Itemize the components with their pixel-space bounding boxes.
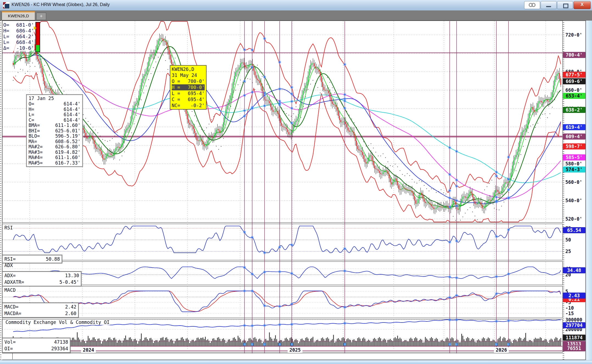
adxatr-label: ADXATR= [4,279,24,285]
vol-value: 47138 [54,339,68,345]
info-box-row: C=614-4' [29,118,80,123]
info-box-row: BHI=625-6.01' [29,128,80,134]
data-info-box: 17 Jan 25 O=614-4'H=614-4'L=614-4'C=614-… [26,95,83,167]
adx-panel-title: ADX [4,263,13,268]
info-box-row: H=614-4' [29,107,80,112]
macd-label: MACD= [4,304,18,310]
vertical-scrollbar[interactable] [586,21,592,360]
info-box-row: BLO=596-5.19' [29,134,80,139]
gauge-green-zone [36,45,40,52]
info-box-row: MA#3=619-4.82' [29,150,80,155]
info-box-row: L=614-4' [29,112,80,118]
volume-value-box: Vol=47138 OI=293364 [2,338,70,353]
vol-label: Vol= [4,339,16,345]
horizontal-scrollbar[interactable] [0,360,592,364]
macda-label: MACDA= [4,310,21,317]
gauge-marker-icon [34,26,37,30]
adx-label: ADX= [4,272,16,279]
tooltip-row: C =695-4' [172,96,205,102]
info-box-row: MA#5=616-7.33' [29,160,80,166]
adx-value-box: ADX=13.30 ADXATR=5-0.45' [2,271,81,286]
legend-row: L=664-2' [3,34,34,39]
rsi-value: 50.88 [46,256,60,262]
info-box-row: MA#2=626-6.80' [29,144,80,150]
legend-row: Δ=-10-6' [3,45,34,51]
legend-row: L=668-4' [3,39,34,45]
info-box-row: MA#4=611-1.60' [29,155,80,160]
application-window: KWEN26 - KC HRW Wheat (Globex), Jul 26, … [0,0,592,364]
rsi-label: RSI= [4,256,16,262]
info-box-row: MA=608-6.52' [29,139,80,145]
adxatr-value: 5-0.45' [59,279,79,285]
price-ohlc-legend: O=681-0'H=686-4'L=664-2'L=668-4'Δ=-10-6' [3,22,34,51]
oi-value: 293364 [51,345,68,352]
tooltip-rows: O =700-0'H =700-0'L =695-4'C =695-4'NC=-… [172,78,205,109]
macd-value-box: MACD=2.42 MACDA=2.60 [2,303,79,318]
macd-value: 2.42 [65,304,76,310]
adx-value: 13.30 [65,272,79,279]
info-box-date: 17 Jan 25 [29,96,80,101]
tooltip-row: NC=-0-2' [172,102,205,109]
info-box-row: O=614-4' [29,101,80,107]
legend-row: O=681-0' [3,22,34,28]
tooltip-row: H =700-0' [172,84,205,90]
tooltip-row: O =700-0' [172,78,205,84]
month-axis-lead-cell [2,353,13,359]
rsi-value-box: RSI=50.88 [2,255,62,263]
oi-label: OI= [4,345,13,352]
volume-panel-title: Commodity Exchange Vol & Commodity OI [5,319,110,325]
macd-panel-title: MACD [4,287,16,293]
info-box-rows: O=614-4'H=614-4'L=614-4'C=614-4'BMA=611-… [29,101,80,166]
month-axis[interactable] [2,353,563,360]
rsi-panel-title: RSI [4,225,13,230]
info-box-row: BMA=611-1.60' [29,123,80,128]
tooltip-date: 31 May 24 [172,72,205,78]
tooltip-row: L =695-4' [172,90,205,96]
bar-tooltip: KWEN26,D 31 May 24 O =700-0'H =700-0'L =… [170,65,207,110]
tooltip-symbol: KWEN26,D [172,66,205,72]
legend-row: H=686-4' [3,28,34,34]
chart-canvas[interactable] [0,0,592,364]
macda-value: 2.60 [65,310,76,317]
